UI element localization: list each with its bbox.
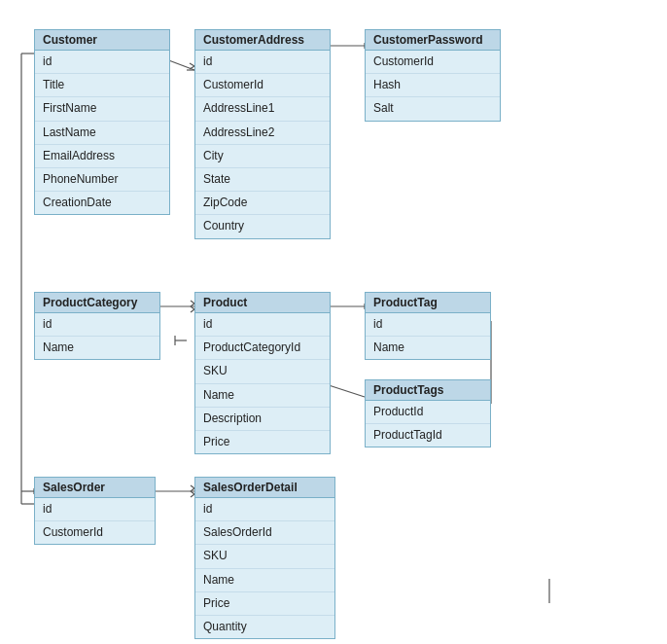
field-customer-id: id	[35, 51, 169, 74]
field-cp-salt: Salt	[366, 97, 500, 120]
field-pc-name: Name	[35, 337, 159, 359]
table-product-category-header: ProductCategory	[35, 293, 159, 313]
field-customer-creation: CreationDate	[35, 192, 169, 214]
field-p-categoryid: ProductCategoryId	[195, 337, 330, 360]
field-ca-country: Country	[195, 215, 330, 237]
field-ca-city: City	[195, 145, 330, 168]
field-ca-address2: AddressLine2	[195, 122, 330, 145]
field-ca-address1: AddressLine1	[195, 97, 330, 121]
table-sales-order-detail: SalesOrderDetail id SalesOrderId SKU Nam…	[194, 477, 335, 639]
table-customer-address: CustomerAddress id CustomerId AddressLin…	[194, 29, 331, 239]
field-so-id: id	[35, 498, 155, 521]
field-so-customerid: CustomerId	[35, 521, 155, 544]
table-product-tag-header: ProductTag	[366, 293, 490, 313]
table-product: Product id ProductCategoryId SKU Name De…	[194, 292, 331, 454]
field-cp-customerid: CustomerId	[366, 51, 500, 74]
field-sod-price: Price	[195, 592, 334, 616]
field-customer-email: EmailAddress	[35, 145, 169, 168]
field-customer-firstname: FirstName	[35, 97, 169, 121]
table-sales-order: SalesOrder id CustomerId	[34, 477, 156, 545]
field-pt-id: id	[366, 313, 490, 337]
field-cp-hash: Hash	[366, 74, 500, 97]
table-sales-order-header: SalesOrder	[35, 478, 155, 498]
table-customer-password-header: CustomerPassword	[366, 30, 500, 51]
field-sod-sku: SKU	[195, 545, 334, 568]
svg-line-24	[326, 384, 365, 397]
field-p-sku: SKU	[195, 360, 330, 383]
field-sod-salesorderid: SalesOrderId	[195, 521, 334, 545]
field-p-description: Description	[195, 408, 330, 431]
field-customer-lastname: LastName	[35, 122, 169, 145]
table-product-tag: ProductTag id Name	[365, 292, 491, 360]
field-p-id: id	[195, 313, 330, 337]
field-sod-id: id	[195, 498, 334, 521]
field-ca-id: id	[195, 51, 330, 74]
table-product-category: ProductCategory id Name	[34, 292, 160, 360]
erd-canvas: Customer id Title FirstName LastName Ema…	[0, 0, 667, 644]
field-ca-state: State	[195, 168, 330, 192]
table-customer-address-header: CustomerAddress	[195, 30, 330, 51]
field-customer-title: Title	[35, 74, 169, 97]
table-product-header: Product	[195, 293, 330, 313]
field-p-price: Price	[195, 431, 330, 453]
field-pt-name: Name	[366, 337, 490, 359]
field-ca-customerid: CustomerId	[195, 74, 330, 97]
table-customer-header: Customer	[35, 30, 169, 51]
table-customer-password: CustomerPassword CustomerId Hash Salt	[365, 29, 501, 122]
field-p-name: Name	[195, 384, 330, 408]
table-customer: Customer id Title FirstName LastName Ema…	[34, 29, 170, 215]
field-ca-zipcode: ZipCode	[195, 192, 330, 215]
field-customer-phone: PhoneNumber	[35, 168, 169, 192]
field-pts-productid: ProductId	[366, 401, 490, 424]
table-product-tags: ProductTags ProductId ProductTagId	[365, 379, 491, 447]
table-sales-order-detail-header: SalesOrderDetail	[195, 478, 334, 498]
field-sod-quantity: Quantity	[195, 616, 334, 638]
table-product-tags-header: ProductTags	[366, 380, 490, 401]
field-pts-producttagid: ProductTagId	[366, 424, 490, 447]
field-sod-name: Name	[195, 569, 334, 592]
field-pc-id: id	[35, 313, 159, 337]
